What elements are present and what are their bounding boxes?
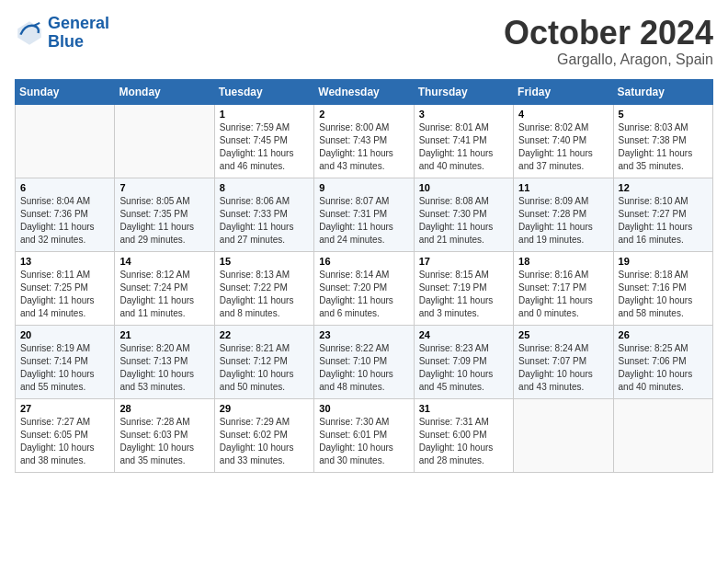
calendar-cell: 28Sunrise: 7:28 AM Sunset: 6:03 PM Dayli… bbox=[115, 398, 214, 472]
calendar-cell: 6Sunrise: 8:04 AM Sunset: 7:36 PM Daylig… bbox=[16, 178, 115, 251]
month-title: October 2024 bbox=[504, 15, 713, 52]
day-info: Sunrise: 7:28 AM Sunset: 6:03 PM Dayligh… bbox=[119, 416, 209, 467]
logo: General Blue bbox=[15, 15, 109, 52]
day-info: Sunrise: 8:07 AM Sunset: 7:31 PM Dayligh… bbox=[319, 195, 408, 247]
day-info: Sunrise: 8:18 AM Sunset: 7:16 PM Dayligh… bbox=[619, 269, 708, 320]
day-number: 4 bbox=[518, 109, 608, 120]
col-header-monday: Monday bbox=[115, 79, 214, 104]
calendar-cell bbox=[613, 398, 712, 472]
day-info: Sunrise: 8:21 AM Sunset: 7:12 PM Dayligh… bbox=[220, 342, 309, 394]
day-info: Sunrise: 8:03 AM Sunset: 7:38 PM Dayligh… bbox=[619, 121, 708, 173]
calendar-cell bbox=[514, 398, 613, 472]
logo-icon bbox=[15, 18, 44, 48]
day-number: 8 bbox=[220, 182, 309, 193]
calendar-cell: 9Sunrise: 8:07 AM Sunset: 7:31 PM Daylig… bbox=[314, 178, 414, 251]
logo-general: General bbox=[48, 14, 109, 32]
calendar-cell: 1Sunrise: 7:59 AM Sunset: 7:45 PM Daylig… bbox=[214, 104, 313, 178]
day-info: Sunrise: 8:24 AM Sunset: 7:07 PM Dayligh… bbox=[518, 342, 608, 394]
calendar-header-row: SundayMondayTuesdayWednesdayThursdayFrid… bbox=[16, 79, 713, 104]
calendar-week-1: 1Sunrise: 7:59 AM Sunset: 7:45 PM Daylig… bbox=[16, 104, 713, 178]
calendar-cell: 16Sunrise: 8:14 AM Sunset: 7:20 PM Dayli… bbox=[314, 251, 414, 325]
calendar-cell: 17Sunrise: 8:15 AM Sunset: 7:19 PM Dayli… bbox=[414, 251, 513, 325]
calendar-cell: 3Sunrise: 8:01 AM Sunset: 7:41 PM Daylig… bbox=[414, 104, 513, 178]
day-info: Sunrise: 8:01 AM Sunset: 7:41 PM Dayligh… bbox=[419, 121, 508, 173]
calendar-cell: 18Sunrise: 8:16 AM Sunset: 7:17 PM Dayli… bbox=[514, 251, 613, 325]
calendar-cell: 10Sunrise: 8:08 AM Sunset: 7:30 PM Dayli… bbox=[414, 178, 513, 251]
day-info: Sunrise: 8:19 AM Sunset: 7:14 PM Dayligh… bbox=[20, 342, 109, 394]
day-info: Sunrise: 8:13 AM Sunset: 7:22 PM Dayligh… bbox=[220, 269, 309, 320]
calendar-cell bbox=[115, 104, 214, 178]
calendar-cell: 25Sunrise: 8:24 AM Sunset: 7:07 PM Dayli… bbox=[514, 325, 613, 398]
day-info: Sunrise: 8:16 AM Sunset: 7:17 PM Dayligh… bbox=[518, 269, 608, 320]
day-number: 16 bbox=[319, 256, 408, 267]
day-number: 11 bbox=[518, 182, 608, 193]
day-number: 26 bbox=[619, 329, 708, 340]
day-number: 6 bbox=[20, 182, 109, 193]
day-info: Sunrise: 8:02 AM Sunset: 7:40 PM Dayligh… bbox=[518, 121, 608, 173]
calendar-cell: 20Sunrise: 8:19 AM Sunset: 7:14 PM Dayli… bbox=[16, 325, 115, 398]
day-number: 15 bbox=[220, 256, 309, 267]
calendar-cell: 8Sunrise: 8:06 AM Sunset: 7:33 PM Daylig… bbox=[214, 178, 313, 251]
calendar-cell: 12Sunrise: 8:10 AM Sunset: 7:27 PM Dayli… bbox=[613, 178, 712, 251]
day-number: 19 bbox=[619, 256, 708, 267]
calendar-cell: 29Sunrise: 7:29 AM Sunset: 6:02 PM Dayli… bbox=[214, 398, 313, 472]
day-number: 23 bbox=[319, 329, 408, 340]
day-number: 13 bbox=[20, 256, 109, 267]
calendar-cell: 2Sunrise: 8:00 AM Sunset: 7:43 PM Daylig… bbox=[314, 104, 414, 178]
day-number: 18 bbox=[518, 256, 608, 267]
calendar-cell: 26Sunrise: 8:25 AM Sunset: 7:06 PM Dayli… bbox=[613, 325, 712, 398]
day-info: Sunrise: 8:05 AM Sunset: 7:35 PM Dayligh… bbox=[119, 195, 209, 247]
calendar-cell: 22Sunrise: 8:21 AM Sunset: 7:12 PM Dayli… bbox=[214, 325, 313, 398]
day-number: 28 bbox=[119, 403, 209, 414]
calendar-cell: 4Sunrise: 8:02 AM Sunset: 7:40 PM Daylig… bbox=[514, 104, 613, 178]
logo-blue: Blue bbox=[48, 32, 84, 51]
day-number: 25 bbox=[518, 329, 608, 340]
calendar-cell: 27Sunrise: 7:27 AM Sunset: 6:05 PM Dayli… bbox=[16, 398, 115, 472]
col-header-sunday: Sunday bbox=[16, 79, 115, 104]
day-info: Sunrise: 8:09 AM Sunset: 7:28 PM Dayligh… bbox=[518, 195, 608, 247]
day-number: 17 bbox=[419, 256, 508, 267]
calendar-cell: 11Sunrise: 8:09 AM Sunset: 7:28 PM Dayli… bbox=[514, 178, 613, 251]
day-info: Sunrise: 8:11 AM Sunset: 7:25 PM Dayligh… bbox=[20, 269, 109, 320]
day-info: Sunrise: 8:25 AM Sunset: 7:06 PM Dayligh… bbox=[619, 342, 708, 394]
calendar-cell: 31Sunrise: 7:31 AM Sunset: 6:00 PM Dayli… bbox=[414, 398, 513, 472]
day-number: 9 bbox=[319, 182, 408, 193]
calendar-cell: 15Sunrise: 8:13 AM Sunset: 7:22 PM Dayli… bbox=[214, 251, 313, 325]
calendar-week-4: 20Sunrise: 8:19 AM Sunset: 7:14 PM Dayli… bbox=[16, 325, 713, 398]
calendar-week-2: 6Sunrise: 8:04 AM Sunset: 7:36 PM Daylig… bbox=[16, 178, 713, 251]
day-info: Sunrise: 7:29 AM Sunset: 6:02 PM Dayligh… bbox=[220, 416, 309, 467]
col-header-saturday: Saturday bbox=[613, 79, 712, 104]
calendar-cell: 19Sunrise: 8:18 AM Sunset: 7:16 PM Dayli… bbox=[613, 251, 712, 325]
day-info: Sunrise: 8:04 AM Sunset: 7:36 PM Dayligh… bbox=[20, 195, 109, 247]
day-info: Sunrise: 8:00 AM Sunset: 7:43 PM Dayligh… bbox=[319, 121, 408, 173]
day-info: Sunrise: 7:59 AM Sunset: 7:45 PM Dayligh… bbox=[220, 121, 309, 173]
calendar-cell: 14Sunrise: 8:12 AM Sunset: 7:24 PM Dayli… bbox=[115, 251, 214, 325]
calendar-cell: 13Sunrise: 8:11 AM Sunset: 7:25 PM Dayli… bbox=[16, 251, 115, 325]
col-header-tuesday: Tuesday bbox=[214, 79, 313, 104]
day-number: 5 bbox=[619, 109, 708, 120]
day-info: Sunrise: 8:15 AM Sunset: 7:19 PM Dayligh… bbox=[419, 269, 508, 320]
calendar-cell: 23Sunrise: 8:22 AM Sunset: 7:10 PM Dayli… bbox=[314, 325, 414, 398]
day-number: 24 bbox=[419, 329, 508, 340]
day-number: 30 bbox=[319, 403, 408, 414]
calendar-week-3: 13Sunrise: 8:11 AM Sunset: 7:25 PM Dayli… bbox=[16, 251, 713, 325]
day-info: Sunrise: 8:10 AM Sunset: 7:27 PM Dayligh… bbox=[619, 195, 708, 247]
day-number: 3 bbox=[419, 109, 508, 120]
title-block: October 2024 Gargallo, Aragon, Spain bbox=[504, 15, 713, 68]
day-number: 2 bbox=[319, 109, 408, 120]
day-info: Sunrise: 8:22 AM Sunset: 7:10 PM Dayligh… bbox=[319, 342, 408, 394]
day-number: 31 bbox=[419, 403, 508, 414]
day-number: 21 bbox=[119, 329, 209, 340]
day-number: 27 bbox=[20, 403, 109, 414]
calendar-table: SundayMondayTuesdayWednesdayThursdayFrid… bbox=[15, 79, 713, 473]
calendar-cell: 7Sunrise: 8:05 AM Sunset: 7:35 PM Daylig… bbox=[115, 178, 214, 251]
day-info: Sunrise: 8:08 AM Sunset: 7:30 PM Dayligh… bbox=[419, 195, 508, 247]
day-number: 14 bbox=[119, 256, 209, 267]
day-number: 20 bbox=[20, 329, 109, 340]
day-info: Sunrise: 8:14 AM Sunset: 7:20 PM Dayligh… bbox=[319, 269, 408, 320]
day-number: 1 bbox=[220, 109, 309, 120]
col-header-thursday: Thursday bbox=[414, 79, 513, 104]
day-info: Sunrise: 8:06 AM Sunset: 7:33 PM Dayligh… bbox=[220, 195, 309, 247]
day-info: Sunrise: 7:30 AM Sunset: 6:01 PM Dayligh… bbox=[319, 416, 408, 467]
calendar-cell: 24Sunrise: 8:23 AM Sunset: 7:09 PM Dayli… bbox=[414, 325, 513, 398]
